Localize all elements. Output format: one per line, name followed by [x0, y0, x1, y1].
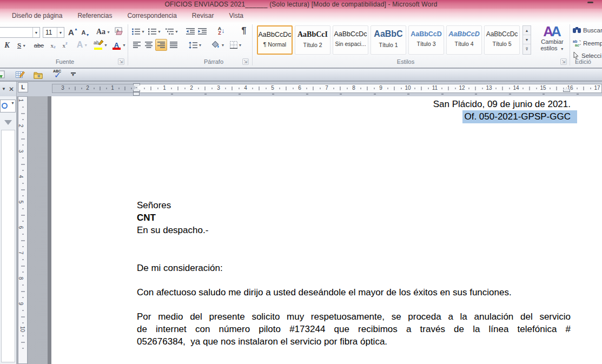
cambiar-estilos-button[interactable]: AA Cambiar estilos ▼: [535, 25, 569, 51]
ref-line[interactable]: Of. 050-2021-GPSP-GGC: [137, 110, 571, 123]
addressee-line-3[interactable]: En su despacho.-: [137, 224, 571, 236]
style-titulo-4[interactable]: AaBbCcD Título 4: [446, 25, 482, 55]
fuente-dialog-launcher[interactable]: ⇲: [118, 58, 124, 65]
ruler-number: 1: [18, 99, 24, 102]
body-paragraph-2-line-3[interactable]: 052676384, ya que nos instalaron el serv…: [137, 335, 571, 348]
shading-button[interactable]: ▼: [210, 39, 226, 51]
tab-diseno-de-pagina[interactable]: Diseño de página: [4, 10, 70, 21]
underline-button[interactable]: S ▼: [14, 40, 29, 51]
line-spacing-button[interactable]: ▼: [187, 39, 203, 51]
ruler-tick: [387, 88, 388, 89]
style-titulo-1[interactable]: AaBbC Título 1: [371, 25, 406, 55]
edit-table-icon[interactable]: [15, 70, 25, 80]
text-effects-button[interactable]: A ▼: [75, 39, 90, 51]
style-normal[interactable]: AaBbCcDc ¶ Normal: [257, 25, 293, 55]
panel-close-icon[interactable]: ✕: [9, 85, 14, 93]
ruler-tick: [22, 234, 24, 234]
ruler-number: 14: [513, 85, 519, 91]
reemplazar-button[interactable]: ab ac Reemp: [573, 39, 602, 47]
font-name-dropdown-icon[interactable]: ▼: [32, 28, 39, 37]
font-name-combo[interactable]: oma ▼: [0, 27, 40, 38]
panel-expand-icon[interactable]: [4, 120, 12, 125]
font-size-combo[interactable]: 11 ▼: [43, 27, 64, 38]
numbering-button[interactable]: ▼: [147, 26, 162, 37]
spelling-grammar-icon[interactable]: ABC ✓: [52, 70, 64, 80]
font-color-button[interactable]: A ▼: [111, 39, 127, 51]
body-paragraph-2-line-2[interactable]: de internet con número piloto #173244 qu…: [137, 323, 571, 335]
default-tab-stop: [441, 94, 444, 95]
svg-text:ab: ab: [573, 39, 577, 43]
ruler-tick: [293, 88, 293, 89]
addressee-line-2[interactable]: CNT: [137, 211, 571, 224]
multilevel-list-button[interactable]: ▼: [164, 26, 180, 37]
default-tab-stop: [340, 94, 342, 95]
ruler-tick: [374, 88, 374, 89]
sort-button[interactable]: A Z ↓: [214, 25, 228, 37]
style-titulo-5[interactable]: AaBbCcDc Título 5: [484, 25, 520, 55]
strikethrough-button[interactable]: abe: [31, 40, 47, 51]
ruler-tick: [22, 247, 24, 247]
line-spacing-icon: [189, 42, 197, 49]
decrease-indent-button[interactable]: [185, 26, 196, 37]
ruler-tick: [320, 88, 320, 89]
ruler-number: 2: [190, 85, 193, 91]
tab-revisar[interactable]: Revisar: [184, 10, 222, 21]
italic-button[interactable]: K: [2, 40, 12, 51]
eraser-icon: A: [115, 27, 124, 36]
estilos-group-label: Estilos: [368, 58, 444, 66]
font-size-dropdown-icon[interactable]: ▼: [57, 28, 64, 37]
document-icon[interactable]: [0, 70, 5, 80]
styles-scroll-up-icon[interactable]: ▲: [523, 26, 531, 35]
panel-menu-icon[interactable]: ▼: [2, 87, 6, 91]
styles-scroll-down-icon[interactable]: ▼: [523, 35, 531, 44]
left-indent-marker[interactable]: [133, 92, 140, 96]
align-left-button[interactable]: [131, 39, 142, 50]
tab-referencias[interactable]: Referencias: [70, 10, 120, 21]
panel-results-list[interactable]: [1, 130, 15, 362]
highlight-color-button[interactable]: ab ▼: [92, 39, 109, 51]
ruler-tick: [590, 88, 591, 89]
subscript-button[interactable]: x2: [48, 40, 58, 51]
body-paragraph-2-line-1[interactable]: Por medio del presente solicito muy resp…: [137, 310, 571, 323]
body-paragraph-1[interactable]: Con afectuoso saludo me dirijo a usted d…: [137, 286, 571, 299]
minimize-icon[interactable]: [587, 2, 593, 3]
show-hide-pilcrow-button[interactable]: ¶: [238, 25, 250, 37]
text-effects-icon: A: [77, 40, 83, 50]
styles-gallery-scrollbar[interactable]: ▲ ▼ ⊽: [522, 25, 531, 55]
superscript-button[interactable]: x2: [59, 40, 70, 51]
qat-customize-dropdown[interactable]: ▼: [68, 70, 78, 80]
style-name: Título 3: [409, 41, 444, 47]
ruler-number: 7: [18, 252, 24, 255]
buscar-button[interactable]: Buscar: [573, 27, 602, 34]
bullets-button[interactable]: ▼: [131, 26, 145, 37]
numbered-list-icon: [148, 28, 156, 35]
estilos-dialog-launcher[interactable]: ⇲: [560, 58, 567, 65]
align-center-button[interactable]: [143, 39, 154, 50]
shrink-font-button[interactable]: A ▼: [80, 27, 91, 38]
change-case-button[interactable]: Aa ▼: [95, 26, 111, 38]
tab-stop-selector[interactable]: L: [18, 82, 28, 92]
tab-correspondencia[interactable]: Correspondencia: [120, 10, 184, 21]
borders-button[interactable]: ▼: [227, 39, 244, 51]
date-line[interactable]: San Plácido, 09 de junio de 2021.: [137, 98, 571, 110]
parrafo-dialog-launcher[interactable]: ⇲: [242, 58, 249, 65]
addressee-line-1[interactable]: Señores: [137, 199, 571, 211]
vertical-ruler[interactable]: 12345678910: [18, 96, 28, 364]
styles-more-icon[interactable]: ⊽: [523, 44, 531, 54]
tab-vista[interactable]: Vista: [222, 10, 251, 21]
panel-search-combo[interactable]: ▼: [0, 100, 16, 112]
justify-button[interactable]: [168, 39, 179, 50]
align-right-button[interactable]: [155, 39, 167, 51]
style-titulo-2[interactable]: AaBbCcI Título 2: [295, 25, 330, 55]
grow-font-button[interactable]: A ▲: [67, 26, 79, 38]
increase-indent-button[interactable]: [197, 26, 208, 37]
replace-icon: ab ac: [573, 39, 581, 47]
folder-icon[interactable]: ✳: [34, 70, 43, 80]
style-sin-espaciado[interactable]: AaBbCcDc Sin espaci...: [333, 25, 368, 55]
ruler-number: 4: [18, 175, 24, 178]
style-titulo-3[interactable]: AaBbCcD Título 3: [408, 25, 444, 55]
salutation-line[interactable]: De mi consideración:: [137, 262, 571, 274]
selected-text[interactable]: Of. 050-2021-GPSP-GGC: [462, 110, 577, 123]
clear-formatting-button[interactable]: A: [114, 25, 125, 37]
document-page[interactable]: San Plácido, 09 de junio de 2021. Of. 05…: [51, 96, 602, 364]
